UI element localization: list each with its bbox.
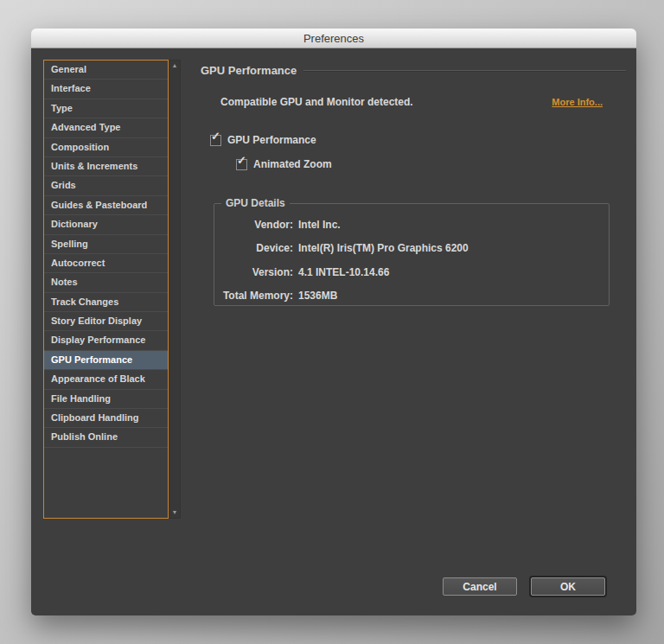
- animated-zoom-checkbox-label: Animated Zoom: [253, 158, 332, 170]
- sidebar-item-notes[interactable]: Notes: [44, 273, 168, 292]
- sidebar-item-publish-online[interactable]: Publish Online: [44, 428, 168, 447]
- gpu-detail-value: 1536MB: [298, 290, 337, 302]
- sidebar-item-file-handling[interactable]: File Handling: [44, 390, 168, 409]
- ok-button[interactable]: OK: [531, 577, 605, 596]
- sidebar-item-advanced-type[interactable]: Advanced Type: [44, 118, 168, 137]
- gpu-performance-checkbox-label: GPU Performance: [227, 134, 316, 146]
- sidebar-item-general[interactable]: General: [44, 61, 168, 80]
- sidebar-item-dictionary[interactable]: Dictionary: [44, 215, 168, 234]
- sidebar-item-interface[interactable]: Interface: [44, 80, 168, 99]
- sidebar-scrollbar[interactable]: ▲ ▼: [169, 60, 181, 519]
- animated-zoom-checkbox[interactable]: ✓: [236, 159, 247, 170]
- gpu-details-rows: Vendor:Intel Inc.Device:Intel(R) Iris(TM…: [214, 213, 609, 308]
- preferences-dialog: Preferences GeneralInterfaceTypeAdvanced…: [31, 29, 636, 615]
- dialog-body: GeneralInterfaceTypeAdvanced TypeComposi…: [31, 48, 636, 615]
- window-title: Preferences: [303, 32, 364, 45]
- sidebar-item-composition[interactable]: Composition: [44, 138, 168, 157]
- sidebar-item-units-increments[interactable]: Units & Increments: [44, 157, 168, 176]
- gpu-detail-label: Version:: [214, 266, 293, 278]
- gpu-status-row: Compatible GPU and Monitor detected. Mor…: [220, 96, 603, 108]
- scroll-up-icon[interactable]: ▲: [169, 61, 180, 71]
- more-info-link[interactable]: More Info...: [552, 97, 603, 107]
- gpu-detail-value: Intel(R) Iris(TM) Pro Graphics 6200: [298, 242, 469, 254]
- heading-rule: [303, 70, 626, 72]
- gpu-detail-row: Total Memory:1536MB: [214, 284, 609, 309]
- sidebar-item-clipboard-handling[interactable]: Clipboard Handling: [44, 409, 168, 428]
- gpu-performance-checkbox-row: ✓ GPU Performance: [210, 134, 316, 146]
- cancel-button[interactable]: Cancel: [443, 577, 517, 596]
- gpu-detail-label: Total Memory:: [214, 290, 293, 302]
- sidebar-item-spelling[interactable]: Spelling: [44, 235, 168, 254]
- gpu-detail-label: Device:: [214, 242, 293, 254]
- gpu-detail-value: Intel Inc.: [298, 219, 341, 231]
- sidebar-item-track-changes[interactable]: Track Changes: [44, 293, 168, 312]
- gpu-detail-row: Vendor:Intel Inc.: [214, 213, 609, 237]
- panel-heading-row: GPU Performance: [201, 64, 626, 77]
- sidebar-item-grids[interactable]: Grids: [44, 176, 168, 195]
- sidebar-item-autocorrect[interactable]: Autocorrect: [44, 254, 168, 273]
- sidebar-item-guides-pasteboard[interactable]: Guides & Pasteboard: [44, 196, 168, 215]
- gpu-details-legend: GPU Details: [221, 197, 290, 209]
- sidebar-item-display-performance[interactable]: Display Performance: [44, 331, 168, 350]
- sidebar-item-type[interactable]: Type: [44, 99, 168, 118]
- gpu-detail-label: Vendor:: [214, 219, 293, 231]
- page-title: GPU Performance: [201, 64, 297, 77]
- gpu-status-text: Compatible GPU and Monitor detected.: [220, 96, 413, 108]
- gpu-detail-row: Device:Intel(R) Iris(TM) Pro Graphics 62…: [214, 237, 609, 261]
- sidebar-item-appearance-of-black[interactable]: Appearance of Black: [44, 370, 168, 389]
- gpu-detail-value: 4.1 INTEL-10.14.66: [298, 266, 389, 278]
- sidebar-list: GeneralInterfaceTypeAdvanced TypeComposi…: [43, 60, 169, 519]
- footer-buttons: Cancel OK: [443, 577, 605, 596]
- gpu-detail-row: Version:4.1 INTEL-10.14.66: [214, 260, 609, 284]
- scroll-down-icon[interactable]: ▼: [169, 507, 180, 518]
- gpu-details-group: GPU Details Vendor:Intel Inc.Device:Inte…: [214, 197, 610, 306]
- checkmark-icon: ✓: [237, 154, 246, 167]
- title-bar: Preferences: [31, 29, 636, 48]
- gpu-performance-checkbox[interactable]: ✓: [210, 135, 221, 146]
- checkmark-icon: ✓: [211, 130, 220, 143]
- sidebar-item-gpu-performance[interactable]: GPU Performance: [44, 351, 168, 370]
- sidebar-item-story-editor-display[interactable]: Story Editor Display: [44, 312, 168, 331]
- animated-zoom-checkbox-row: ✓ Animated Zoom: [236, 158, 332, 170]
